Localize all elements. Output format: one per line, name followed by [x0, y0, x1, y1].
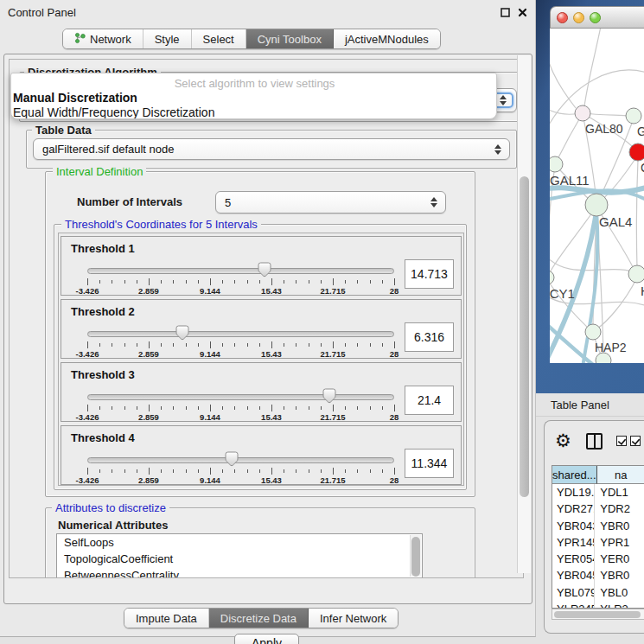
table-row[interactable]: YBR043CYBR0 [552, 518, 644, 534]
cell-name[interactable]: YDL1 [595, 484, 644, 501]
tab-jactivemnodules[interactable]: jActiveMNodules [334, 29, 440, 48]
tick-mark [370, 280, 371, 284]
checkbox-icon[interactable] [616, 436, 627, 446]
tab-network[interactable]: Network [63, 29, 143, 48]
threshold-slider[interactable]: -3.4262.8599.14415.4321.71528 [87, 324, 394, 357]
table-row[interactable]: YBR045CYBR0 [552, 567, 644, 583]
table-row[interactable]: YLR345WYLR3 [552, 601, 644, 609]
slider-track[interactable] [87, 331, 394, 337]
list-scrollbar-thumb[interactable] [411, 537, 420, 577]
network-node[interactable] [585, 324, 601, 340]
network-node[interactable] [575, 105, 590, 121]
gear-icon[interactable]: ⚙ [555, 431, 571, 450]
slider-thumb[interactable] [258, 262, 271, 277]
algorithm-popup-item[interactable]: Equal Width/Frequency Discretization [11, 105, 496, 119]
network-window-titlebar[interactable] [550, 6, 644, 29]
tab-infer-network[interactable]: Infer Network [309, 609, 398, 628]
slider-track[interactable] [87, 394, 394, 400]
numerical-attributes-list[interactable]: SelfLoopsTopologicalCoefficientBetweenne… [56, 533, 423, 578]
slider-track[interactable] [87, 457, 394, 463]
threshold-slider[interactable]: -3.4262.8599.14415.4321.71528 [87, 450, 394, 483]
slider-thumb[interactable] [322, 388, 336, 404]
threshold-value-input[interactable]: 11.344 [405, 449, 454, 478]
cell-shared-name[interactable]: YBR043C [552, 518, 595, 534]
network-node[interactable] [585, 194, 608, 216]
network-node[interactable] [550, 156, 563, 172]
spinner-arrows-icon[interactable] [426, 197, 442, 207]
combo-arrows-icon[interactable] [490, 144, 506, 155]
attribute-list-item[interactable]: SelfLoops [57, 534, 422, 551]
threshold-slider[interactable]: -3.4262.8599.14415.4321.71528 [87, 261, 394, 294]
cell-shared-name[interactable]: YBR045C [552, 567, 595, 583]
cell-shared-name[interactable]: YER054C [552, 551, 595, 567]
tab-discretize-data[interactable]: Discretize Data [209, 609, 309, 628]
cell-name[interactable]: YBL0 [595, 584, 644, 601]
combo-arrows-icon[interactable] [495, 95, 511, 105]
close-icon[interactable] [517, 7, 528, 18]
threshold-value-input[interactable]: 21.4 [405, 386, 454, 415]
cell-name[interactable]: YLR3 [595, 601, 644, 609]
table-row[interactable]: YPR145WYPR1 [552, 534, 644, 551]
num-intervals-spinner[interactable]: 5 [215, 191, 446, 214]
table-row[interactable]: YDR27...YDR2 [552, 501, 644, 517]
table-h-scrollbar[interactable] [552, 609, 644, 620]
cell-name[interactable]: YBR0 [595, 567, 644, 583]
slider-thumb[interactable] [175, 325, 189, 341]
cell-name[interactable]: YDR2 [595, 501, 644, 517]
cell-shared-name[interactable]: YBL079W [552, 584, 595, 601]
columns-icon[interactable] [586, 433, 603, 450]
settings-scrollbar[interactable] [517, 55, 531, 573]
cell-shared-name[interactable]: YDL19... [552, 484, 595, 501]
tab-label: Discretize Data [220, 612, 296, 625]
thresholds-group-title: Threshold's Coordinates for 5 Intervals [61, 218, 261, 231]
threshold-value-input[interactable]: 14.713 [405, 259, 454, 289]
tab-style[interactable]: Style [143, 29, 192, 48]
attribute-list-item[interactable]: TopologicalCoefficient [57, 551, 422, 567]
cell-name[interactable]: YBR0 [595, 518, 644, 534]
tick-mark [345, 343, 346, 347]
tick-mark [99, 343, 100, 347]
threshold-value-input[interactable]: 6.316 [405, 322, 454, 352]
network-canvas[interactable]: GAL80GCGAL11GAL4GCY1HHAP2 [550, 29, 644, 363]
list-scrollbar[interactable] [410, 535, 421, 577]
column-header-name[interactable]: na [597, 466, 644, 484]
network-node[interactable] [628, 265, 644, 283]
settings-scrollbar-thumb[interactable] [520, 176, 529, 497]
tab-impute-data[interactable]: Impute Data [124, 609, 209, 628]
table-row[interactable]: YDL19...YDL1 [552, 484, 644, 501]
threshold-slider[interactable]: -3.4262.8599.14415.4321.71528 [87, 387, 394, 420]
cell-name[interactable]: YPR1 [595, 534, 644, 551]
tick-label: 21.715 [320, 349, 345, 359]
table-row[interactable]: YBL079WYBL0 [552, 584, 644, 601]
traffic-light-yellow[interactable] [573, 12, 584, 23]
slider-track[interactable] [87, 268, 394, 274]
cell-shared-name[interactable]: YLR345W [552, 601, 595, 609]
table-data-combobox[interactable]: galFiltered.sif default node [33, 138, 510, 160]
tick-mark [296, 280, 296, 284]
slider-thumb[interactable] [225, 451, 239, 467]
column-header-shared-name[interactable]: shared... [552, 466, 597, 484]
node-table[interactable]: shared... na YDL19...YDL1YDR27...YDR2YBR… [552, 465, 644, 609]
float-window-icon[interactable] [500, 7, 511, 18]
network-edge[interactable] [550, 46, 576, 108]
algorithm-popup-item[interactable]: Manual Discretization [11, 91, 496, 105]
network-node[interactable] [629, 143, 644, 161]
tick-mark [247, 343, 248, 347]
tick-label: 21.715 [320, 412, 345, 422]
apply-button[interactable]: Apply [234, 634, 299, 644]
cell-shared-name[interactable]: YPR145W [552, 534, 595, 551]
network-edge[interactable] [636, 160, 638, 267]
network-edge[interactable] [584, 29, 602, 106]
network-node[interactable] [550, 271, 554, 284]
tab-select[interactable]: Select [192, 29, 246, 48]
table-row[interactable]: YER054CYER0 [552, 551, 644, 567]
traffic-light-red[interactable] [557, 12, 568, 23]
checkbox-icon[interactable] [630, 436, 641, 446]
table-h-scrollbar-thumb[interactable] [554, 611, 641, 618]
cell-name[interactable]: YER0 [595, 551, 644, 567]
attribute-list-item[interactable]: BetweennessCentrality [57, 567, 422, 578]
traffic-light-green[interactable] [590, 12, 601, 23]
network-node[interactable] [626, 108, 641, 124]
tab-cyni-toolbox[interactable]: Cyni Toolbox [246, 29, 334, 48]
cell-shared-name[interactable]: YDR27... [552, 501, 595, 517]
